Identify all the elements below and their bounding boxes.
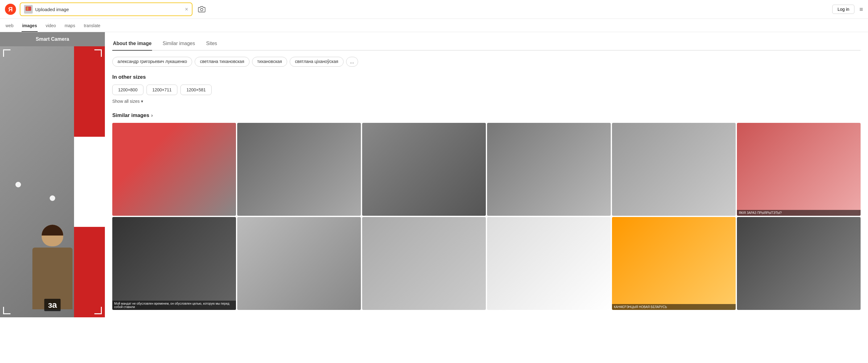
- similar-images-heading[interactable]: Similar images ›: [112, 112, 861, 119]
- tags-row: александр григорьевич лукашенко светлана…: [112, 57, 861, 67]
- similar-image-4[interactable]: [487, 123, 611, 216]
- image-grid-row-2: Мой мандат не обусловлен временем, он об…: [112, 217, 861, 310]
- search-thumb-preview: [24, 5, 33, 13]
- similar-image-7[interactable]: Мой мандат не обусловлен временем, он об…: [112, 217, 236, 310]
- left-panel: Smart Camera: [0, 32, 105, 317]
- search-bar[interactable]: Uploaded image ×: [20, 2, 192, 16]
- result-tab-sites[interactable]: Sites: [206, 38, 218, 51]
- svg-point-2: [200, 8, 203, 11]
- show-all-sizes[interactable]: Show all sizes ▾: [112, 99, 861, 104]
- similar-image-11[interactable]: КАНФЕРЭНЦЫЯ НОВАЯ БЕЛАРУСЬ: [612, 217, 736, 310]
- corner-bracket-br: [94, 307, 102, 314]
- overlay-text: за: [44, 299, 60, 311]
- similar-image-8[interactable]: [237, 217, 361, 310]
- tag-3[interactable]: святлана ціханоўская: [290, 57, 343, 67]
- header-right: Log in ≡: [832, 5, 863, 14]
- flag-stripe-middle: [74, 137, 105, 227]
- tag-more[interactable]: ...: [346, 57, 358, 67]
- menu-button[interactable]: ≡: [859, 6, 863, 13]
- flag-stripe-top: [74, 46, 105, 137]
- person-head: [42, 225, 63, 246]
- tab-images[interactable]: images: [22, 21, 38, 32]
- tab-maps[interactable]: maps: [64, 21, 75, 32]
- similar-image-2[interactable]: [237, 123, 361, 216]
- result-tab-about[interactable]: About the image: [112, 38, 152, 51]
- dot-center: [50, 195, 55, 201]
- tag-2[interactable]: тихановская: [252, 57, 287, 67]
- nav-tabs: web images video maps translate: [0, 19, 868, 32]
- login-button[interactable]: Log in: [832, 5, 855, 14]
- result-tabs: About the image Similar images Sites: [112, 38, 861, 51]
- svg-rect-1: [27, 7, 28, 10]
- sizes-row: 1200×800 1200×711 1200×581: [112, 85, 861, 95]
- person-hair: [42, 225, 63, 236]
- size-btn-2[interactable]: 1200×581: [181, 85, 212, 95]
- similar-image-9[interactable]: [362, 217, 486, 310]
- right-panel: About the image Similar images Sites але…: [105, 32, 868, 317]
- chevron-right-icon: ›: [151, 113, 153, 118]
- similar-image-6[interactable]: ЯКІЯ ЗАРАЗ ПРЫЯРЫТЭТЫ?: [737, 123, 861, 216]
- image-grid-row-1: ЯКІЯ ЗАРАЗ ПРЫЯРЫТЭТЫ?: [112, 123, 861, 216]
- dot-left: [16, 182, 21, 187]
- uploaded-image-container: за: [0, 46, 105, 317]
- tab-translate[interactable]: translate: [83, 21, 101, 32]
- result-tab-similar[interactable]: Similar images: [162, 38, 195, 51]
- yandex-logo[interactable]: Я: [5, 4, 16, 15]
- tab-web[interactable]: web: [5, 21, 14, 32]
- thumb-label-11: КАНФЕРЭНЦЫЯ НОВАЯ БЕЛАРУСЬ: [612, 304, 736, 310]
- in-other-sizes-heading: In other sizes: [112, 74, 861, 80]
- corner-bracket-tr: [94, 50, 102, 57]
- main-content: Smart Camera: [0, 32, 868, 317]
- size-btn-1[interactable]: 1200×711: [147, 85, 178, 95]
- chevron-down-icon: ▾: [141, 99, 143, 104]
- thumb-label-6: ЯКІЯ ЗАРАЗ ПРЫЯРЫТЭТЫ?: [737, 210, 861, 216]
- tag-1[interactable]: светлана тихановская: [195, 57, 250, 67]
- camera-button[interactable]: [196, 4, 207, 15]
- close-icon[interactable]: ×: [185, 6, 188, 13]
- smart-camera-label: Smart Camera: [31, 32, 74, 46]
- tag-0[interactable]: александр григорьевич лукашенко: [112, 57, 192, 67]
- thumb-label-7: Мой мандат не обусловлен временем, он об…: [112, 301, 236, 310]
- corner-bracket-bl: [3, 307, 10, 314]
- header: Я Uploaded image × Log in ≡: [0, 0, 868, 19]
- similar-image-10[interactable]: [487, 217, 611, 310]
- similar-image-3[interactable]: [362, 123, 486, 216]
- size-btn-0[interactable]: 1200×800: [112, 85, 144, 95]
- uploaded-image-preview: за: [0, 46, 105, 317]
- similar-image-12[interactable]: [737, 217, 861, 310]
- search-text: Uploaded image: [35, 7, 182, 12]
- similar-image-1[interactable]: [112, 123, 236, 216]
- corner-bracket-tl: [3, 50, 10, 57]
- similar-image-5[interactable]: [612, 123, 736, 216]
- tab-video[interactable]: video: [45, 21, 57, 32]
